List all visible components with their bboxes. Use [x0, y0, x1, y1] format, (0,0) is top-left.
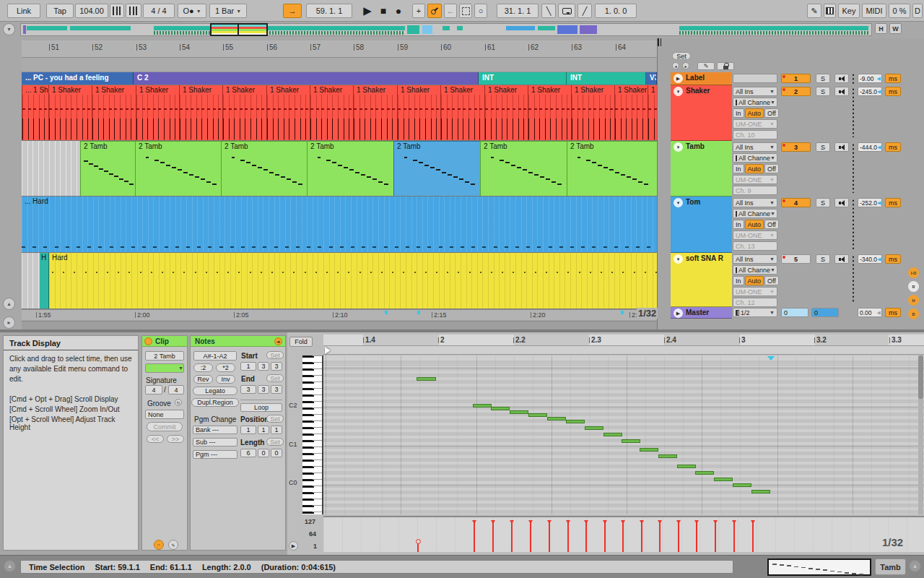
midi-note[interactable]	[417, 377, 436, 381]
delay-ms-button[interactable]: ms	[885, 308, 901, 317]
midi-note[interactable]	[640, 448, 658, 452]
track-name-cell[interactable]: ▾Tom	[671, 197, 732, 253]
length-bar[interactable]: 6	[240, 449, 256, 457]
delay-ms-button[interactable]: ms	[885, 74, 901, 83]
tamb-clip[interactable]: 2 Tamb	[307, 141, 393, 196]
overview-width-button[interactable]: W	[889, 23, 902, 34]
length-set-button[interactable]: Set	[266, 438, 284, 446]
shaker-clip[interactable]: 1 Shaker	[222, 85, 266, 140]
show-hide-detail-button[interactable]: ▲	[909, 560, 921, 572]
velocity-stem[interactable]	[715, 521, 716, 552]
tom-clip[interactable]: ... Hard	[22, 197, 657, 252]
fold-button[interactable]: Fold	[289, 337, 313, 347]
delay-ms-button[interactable]: ms	[885, 198, 901, 207]
routing-select[interactable]: All Channe▼	[733, 265, 777, 275]
locator-lane[interactable]	[22, 58, 657, 72]
velocity-stem[interactable]	[678, 521, 679, 552]
solo-button[interactable]: S	[816, 198, 830, 207]
monitor-off-button[interactable]: Off	[764, 220, 779, 229]
loop-toggle[interactable]: Loop	[240, 403, 282, 412]
automation-arm-button[interactable]	[427, 4, 442, 18]
track-activator[interactable]: 3	[781, 142, 811, 152]
capture-midi-button[interactable]	[459, 4, 472, 18]
locator-marker[interactable]	[417, 311, 420, 314]
start-bar[interactable]: 1	[240, 362, 256, 371]
position-set-button[interactable]: Set	[266, 415, 284, 423]
monitor-in-button[interactable]: In	[733, 108, 744, 118]
velocity-stem[interactable]	[567, 521, 569, 552]
midi-note[interactable]	[547, 417, 566, 420]
computer-midi-keyboard-button[interactable]	[824, 4, 836, 18]
signature-numerator[interactable]: 4	[145, 385, 162, 394]
monitor-auto-button[interactable]: Auto	[745, 276, 764, 285]
halve-time-button[interactable]: :2	[193, 363, 213, 372]
velocity-stem[interactable]	[752, 521, 754, 552]
scrollbar-thumb[interactable]	[918, 355, 923, 399]
shaker-clip[interactable]: 1 Shaker	[310, 85, 353, 140]
preview-speaker-button[interactable]	[834, 142, 849, 152]
routing-select[interactable]: All Ins▼	[733, 142, 777, 152]
draw-mode-button[interactable]: ✎	[807, 4, 821, 18]
start-sixteenth[interactable]: 3	[271, 362, 282, 371]
arrangement-locator-clip[interactable]: V3 - i	[646, 72, 657, 85]
track-delay-field[interactable]: 0.00◀	[858, 308, 882, 317]
midi-loop-bar[interactable]	[323, 346, 924, 355]
groove-icon[interactable]: ↻	[175, 399, 182, 406]
arrangement-locator-clip[interactable]: C 2	[134, 72, 479, 85]
track-delay-field[interactable]: -245.0◀	[858, 87, 882, 96]
master-pan-field[interactable]: 0	[781, 308, 808, 317]
track-fold-icon[interactable]: ▾	[674, 87, 683, 96]
preview-headphone-button[interactable]: ∩	[154, 540, 164, 550]
tamb-clip[interactable]: 2 Tamb	[480, 141, 567, 196]
signature-denominator[interactable]: 4	[168, 385, 184, 394]
key-map-button[interactable]: Key	[838, 4, 860, 18]
track-name-cell[interactable]: ▶Master	[671, 307, 732, 319]
end-bar[interactable]: 3	[240, 385, 256, 394]
start-beat[interactable]: 3	[258, 362, 269, 371]
quantize-menu[interactable]: O●▼	[178, 4, 206, 18]
shaker-clip[interactable]: ... 1 Sha	[22, 85, 48, 140]
prev-locator-button[interactable]: ◂	[672, 62, 679, 69]
midi-beat-ruler[interactable]: 1.422.22.32.433.23.3	[323, 335, 924, 346]
routing-select[interactable]: All Channe▼	[733, 98, 777, 107]
time-signature-field[interactable]: 4 / 4	[143, 4, 175, 18]
midi-note[interactable]	[695, 471, 714, 475]
delay-ms-button[interactable]: ms	[885, 87, 901, 96]
monitor-off-button[interactable]: Off	[764, 108, 779, 118]
midi-map-button[interactable]: MIDI	[862, 4, 886, 18]
play-button[interactable]: ▶	[361, 4, 374, 18]
track-fold-icon[interactable]: ▾	[674, 254, 683, 264]
velocity-stem[interactable]	[641, 521, 642, 552]
routing-select[interactable]: All Channe▼	[733, 153, 777, 163]
tamb-track-lane[interactable]: 2 Tamb2 Tamb2 Tamb2 Tamb2 Tamb2 Tamb2 Ta…	[22, 141, 657, 197]
shaker-clip[interactable]: 1 Shaker	[48, 85, 92, 140]
track-fold-icon[interactable]: ▾	[674, 198, 683, 207]
preview-speaker-button[interactable]	[834, 198, 849, 207]
track-delay-field[interactable]: -9.00◀	[858, 74, 882, 83]
metronome-icon[interactable]	[126, 4, 141, 18]
track-delay-field[interactable]: -252.0◀	[858, 198, 882, 207]
track-name-cell[interactable]: ▾soft SNA R	[671, 253, 732, 307]
stop-button[interactable]: ■	[377, 4, 390, 18]
toggle-h[interactable]: H	[908, 295, 919, 306]
double-time-button[interactable]: *2	[216, 363, 235, 372]
velocity-stem[interactable]	[511, 521, 513, 552]
groove-select[interactable]: None	[145, 410, 184, 419]
midi-note-grid[interactable]	[323, 355, 924, 514]
track-name-cell[interactable]: ▾Tamb	[671, 141, 732, 197]
draw-automation-button[interactable]: ✎	[697, 62, 715, 70]
legato-button[interactable]: Legato	[193, 387, 237, 395]
track-name-cell[interactable]: ▶Label	[671, 72, 732, 85]
track-activator[interactable]: 1	[781, 74, 811, 83]
midi-note[interactable]	[473, 404, 492, 407]
tempo-field[interactable]: 104.00	[75, 4, 108, 18]
session-record-button[interactable]: ○	[474, 4, 487, 18]
overdub-indicator[interactable]: D	[912, 4, 923, 18]
midi-note[interactable]	[733, 483, 751, 487]
shaker-clip[interactable]: 1 Shaker	[571, 85, 614, 140]
clip-mini-overview[interactable]	[767, 558, 871, 576]
track-fold-icon[interactable]: ▶	[674, 74, 683, 83]
beat-time-ruler[interactable]: 515253545556575859606162636465	[22, 40, 670, 58]
velocity-stem[interactable]	[474, 521, 475, 552]
prev-clip-button[interactable]: <<	[147, 435, 164, 443]
